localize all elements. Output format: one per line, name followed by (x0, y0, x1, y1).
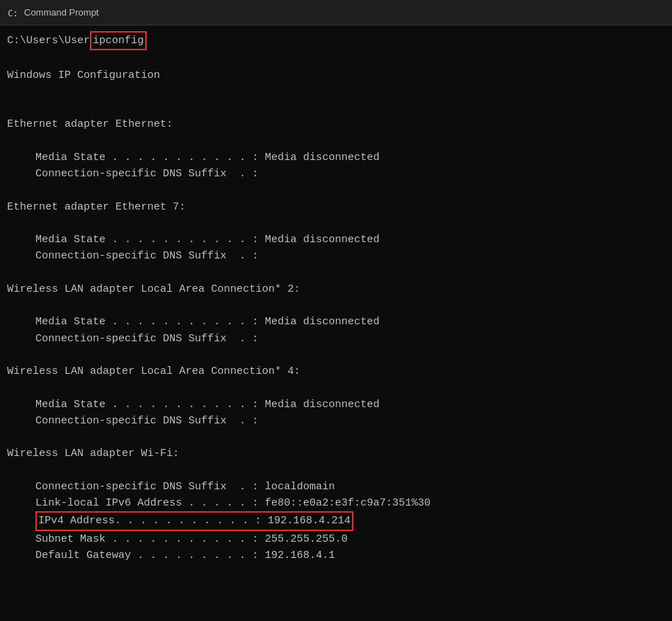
terminal-line: Connection-specific DNS Suffix . : local… (7, 479, 665, 495)
terminal-line: Wireless LAN adapter Local Area Connecti… (7, 281, 665, 297)
ipv4-line: IPv4 Address. . . . . . . . . . . : 192.… (7, 511, 665, 530)
window-title: Command Prompt (24, 7, 98, 18)
empty-line (7, 84, 665, 100)
empty-line (7, 462, 665, 479)
terminal-line: Default Gateway . . . . . . . . . : 192.… (7, 547, 665, 564)
empty-line (7, 297, 665, 314)
empty-line (7, 265, 665, 281)
empty-line (7, 182, 665, 198)
terminal-line: Connection-specific DNS Suffix . : (7, 166, 665, 182)
empty-line (7, 215, 665, 232)
command-highlight: ipconfig (90, 31, 147, 50)
terminal-body: C:\Users\User ipconfig Windows IP Config… (0, 25, 672, 621)
empty-line (7, 50, 665, 67)
cmd-icon: C: (7, 7, 18, 18)
command-line: C:\Users\User ipconfig (7, 31, 665, 50)
terminal-line: Ethernet adapter Ethernet 7: (7, 199, 665, 215)
terminal-line: Media State . . . . . . . . . . . : Medi… (7, 149, 665, 166)
empty-line (7, 429, 665, 445)
terminal-line: Link-local IPv6 Address . . . . . : fe80… (7, 495, 665, 511)
terminal-line: Subnet Mask . . . . . . . . . . . : 255.… (7, 531, 665, 547)
terminal-line: Media State . . . . . . . . . . . : Medi… (7, 314, 665, 330)
prompt: C:\Users\User (7, 33, 90, 49)
empty-line (7, 380, 665, 396)
terminal-line: Windows IP Configuration (7, 67, 665, 84)
terminal-output: Windows IP ConfigurationEthernet adapter… (7, 50, 665, 564)
terminal-line: Connection-specific DNS Suffix . : (7, 413, 665, 429)
terminal-line: Connection-specific DNS Suffix . : (7, 331, 665, 347)
terminal-line: Wireless LAN adapter Local Area Connecti… (7, 363, 665, 380)
terminal-line: Media State . . . . . . . . . . . : Medi… (7, 397, 665, 413)
empty-line (7, 100, 665, 116)
terminal-line: Media State . . . . . . . . . . . : Medi… (7, 232, 665, 248)
terminal-line: Wireless LAN adapter Wi-Fi: (7, 445, 665, 462)
empty-line (7, 347, 665, 363)
title-bar: C: Command Prompt (0, 0, 672, 25)
ipv4-highlight: IPv4 Address. . . . . . . . . . . : 192.… (35, 511, 353, 530)
terminal-line: Ethernet adapter Ethernet: (7, 116, 665, 132)
svg-text:C:: C: (8, 8, 18, 18)
empty-line (7, 133, 665, 149)
terminal-line: Connection-specific DNS Suffix . : (7, 248, 665, 264)
